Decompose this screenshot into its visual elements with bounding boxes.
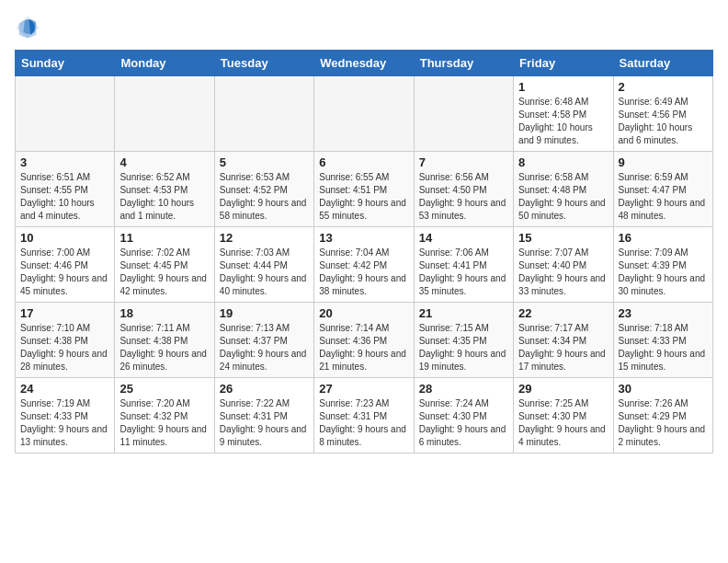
day-number: 10 (20, 231, 109, 245)
column-header-friday: Friday (514, 51, 613, 76)
day-cell: 7Sunrise: 6:56 AMSunset: 4:50 PMDaylight… (414, 152, 513, 227)
week-row-3: 10Sunrise: 7:00 AMSunset: 4:46 PMDayligh… (16, 227, 713, 303)
day-info: Sunrise: 7:15 AMSunset: 4:35 PMDaylight:… (419, 322, 508, 373)
day-cell: 29Sunrise: 7:25 AMSunset: 4:30 PMDayligh… (514, 378, 613, 454)
day-info: Sunrise: 7:14 AMSunset: 4:36 PMDaylight:… (319, 322, 408, 373)
day-cell: 14Sunrise: 7:06 AMSunset: 4:41 PMDayligh… (414, 227, 513, 303)
day-cell: 2Sunrise: 6:49 AMSunset: 4:56 PMDaylight… (613, 76, 712, 152)
week-row-2: 3Sunrise: 6:51 AMSunset: 4:55 PMDaylight… (16, 152, 713, 227)
day-number: 6 (319, 155, 408, 169)
day-number: 30 (619, 382, 708, 396)
day-number: 23 (619, 306, 708, 320)
day-cell (115, 76, 214, 152)
day-cell: 21Sunrise: 7:15 AMSunset: 4:35 PMDayligh… (414, 303, 513, 378)
day-info: Sunrise: 6:59 AMSunset: 4:47 PMDaylight:… (619, 171, 708, 223)
day-number: 13 (319, 231, 408, 245)
day-info: Sunrise: 7:07 AMSunset: 4:40 PMDaylight:… (518, 247, 608, 298)
page-header (15, 15, 713, 40)
day-cell: 25Sunrise: 7:20 AMSunset: 4:32 PMDayligh… (115, 378, 214, 454)
logo (15, 15, 44, 40)
day-number: 20 (319, 306, 408, 320)
day-info: Sunrise: 7:06 AMSunset: 4:41 PMDaylight:… (419, 247, 508, 298)
day-info: Sunrise: 7:18 AMSunset: 4:33 PMDaylight:… (619, 322, 708, 373)
day-number: 19 (220, 306, 309, 320)
day-cell: 17Sunrise: 7:10 AMSunset: 4:38 PMDayligh… (16, 303, 115, 378)
day-number: 3 (20, 155, 109, 169)
day-number: 2 (619, 80, 708, 94)
header-row: SundayMondayTuesdayWednesdayThursdayFrid… (16, 51, 713, 76)
day-cell: 24Sunrise: 7:19 AMSunset: 4:33 PMDayligh… (16, 378, 115, 454)
day-info: Sunrise: 7:23 AMSunset: 4:31 PMDaylight:… (319, 397, 408, 449)
day-number: 18 (119, 306, 209, 320)
day-number: 11 (119, 231, 209, 245)
day-number: 12 (220, 231, 309, 245)
day-info: Sunrise: 7:09 AMSunset: 4:39 PMDaylight:… (619, 247, 708, 298)
day-cell: 5Sunrise: 6:53 AMSunset: 4:52 PMDaylight… (214, 152, 313, 227)
day-info: Sunrise: 7:24 AMSunset: 4:30 PMDaylight:… (419, 397, 508, 449)
day-info: Sunrise: 6:53 AMSunset: 4:52 PMDaylight:… (220, 171, 309, 223)
day-number: 9 (619, 155, 708, 169)
day-cell: 3Sunrise: 6:51 AMSunset: 4:55 PMDaylight… (16, 152, 115, 227)
day-cell: 10Sunrise: 7:00 AMSunset: 4:46 PMDayligh… (16, 227, 115, 303)
logo-icon (15, 15, 40, 40)
column-header-sunday: Sunday (16, 51, 115, 76)
day-number: 22 (518, 306, 608, 320)
column-header-monday: Monday (115, 51, 214, 76)
day-info: Sunrise: 7:11 AMSunset: 4:38 PMDaylight:… (119, 322, 209, 373)
day-cell: 13Sunrise: 7:04 AMSunset: 4:42 PMDayligh… (314, 227, 414, 303)
day-number: 17 (20, 306, 109, 320)
day-info: Sunrise: 6:56 AMSunset: 4:50 PMDaylight:… (419, 171, 508, 223)
day-number: 15 (518, 231, 608, 245)
day-info: Sunrise: 7:02 AMSunset: 4:45 PMDaylight:… (119, 247, 209, 298)
day-cell: 6Sunrise: 6:55 AMSunset: 4:51 PMDaylight… (314, 152, 414, 227)
day-cell: 1Sunrise: 6:48 AMSunset: 4:58 PMDaylight… (514, 76, 613, 152)
day-cell: 23Sunrise: 7:18 AMSunset: 4:33 PMDayligh… (613, 303, 712, 378)
day-number: 8 (518, 155, 608, 169)
day-cell: 20Sunrise: 7:14 AMSunset: 4:36 PMDayligh… (314, 303, 414, 378)
day-info: Sunrise: 7:25 AMSunset: 4:30 PMDaylight:… (518, 397, 608, 449)
day-cell (214, 76, 313, 152)
day-cell: 27Sunrise: 7:23 AMSunset: 4:31 PMDayligh… (314, 378, 414, 454)
day-cell (314, 76, 414, 152)
column-header-saturday: Saturday (613, 51, 712, 76)
calendar-table: SundayMondayTuesdayWednesdayThursdayFrid… (15, 50, 713, 454)
day-cell: 11Sunrise: 7:02 AMSunset: 4:45 PMDayligh… (115, 227, 214, 303)
day-info: Sunrise: 7:20 AMSunset: 4:32 PMDaylight:… (119, 397, 209, 449)
day-cell (414, 76, 513, 152)
day-number: 14 (419, 231, 508, 245)
column-header-wednesday: Wednesday (314, 51, 414, 76)
day-number: 25 (119, 382, 209, 396)
day-number: 29 (518, 382, 608, 396)
day-info: Sunrise: 7:13 AMSunset: 4:37 PMDaylight:… (220, 322, 309, 373)
week-row-1: 1Sunrise: 6:48 AMSunset: 4:58 PMDaylight… (16, 76, 713, 152)
day-info: Sunrise: 7:00 AMSunset: 4:46 PMDaylight:… (20, 247, 109, 298)
day-cell: 8Sunrise: 6:58 AMSunset: 4:48 PMDaylight… (514, 152, 613, 227)
day-number: 27 (319, 382, 408, 396)
day-cell: 16Sunrise: 7:09 AMSunset: 4:39 PMDayligh… (613, 227, 712, 303)
day-info: Sunrise: 7:19 AMSunset: 4:33 PMDaylight:… (20, 397, 109, 449)
day-cell: 15Sunrise: 7:07 AMSunset: 4:40 PMDayligh… (514, 227, 613, 303)
day-cell: 12Sunrise: 7:03 AMSunset: 4:44 PMDayligh… (214, 227, 313, 303)
day-info: Sunrise: 7:10 AMSunset: 4:38 PMDaylight:… (20, 322, 109, 373)
day-info: Sunrise: 7:03 AMSunset: 4:44 PMDaylight:… (220, 247, 309, 298)
day-info: Sunrise: 6:48 AMSunset: 4:58 PMDaylight:… (518, 96, 608, 147)
day-cell: 22Sunrise: 7:17 AMSunset: 4:34 PMDayligh… (514, 303, 613, 378)
day-cell (16, 76, 115, 152)
day-cell: 30Sunrise: 7:26 AMSunset: 4:29 PMDayligh… (613, 378, 712, 454)
day-number: 7 (419, 155, 508, 169)
day-cell: 26Sunrise: 7:22 AMSunset: 4:31 PMDayligh… (214, 378, 313, 454)
day-number: 26 (220, 382, 309, 396)
day-info: Sunrise: 6:49 AMSunset: 4:56 PMDaylight:… (619, 96, 708, 147)
day-cell: 9Sunrise: 6:59 AMSunset: 4:47 PMDaylight… (613, 152, 712, 227)
week-row-5: 24Sunrise: 7:19 AMSunset: 4:33 PMDayligh… (16, 378, 713, 454)
day-number: 5 (220, 155, 309, 169)
day-number: 1 (518, 80, 608, 94)
day-info: Sunrise: 6:58 AMSunset: 4:48 PMDaylight:… (518, 171, 608, 223)
day-info: Sunrise: 6:51 AMSunset: 4:55 PMDaylight:… (20, 171, 109, 223)
column-header-tuesday: Tuesday (214, 51, 313, 76)
day-cell: 28Sunrise: 7:24 AMSunset: 4:30 PMDayligh… (414, 378, 513, 454)
week-row-4: 17Sunrise: 7:10 AMSunset: 4:38 PMDayligh… (16, 303, 713, 378)
day-cell: 4Sunrise: 6:52 AMSunset: 4:53 PMDaylight… (115, 152, 214, 227)
day-info: Sunrise: 7:04 AMSunset: 4:42 PMDaylight:… (319, 247, 408, 298)
day-number: 28 (419, 382, 508, 396)
